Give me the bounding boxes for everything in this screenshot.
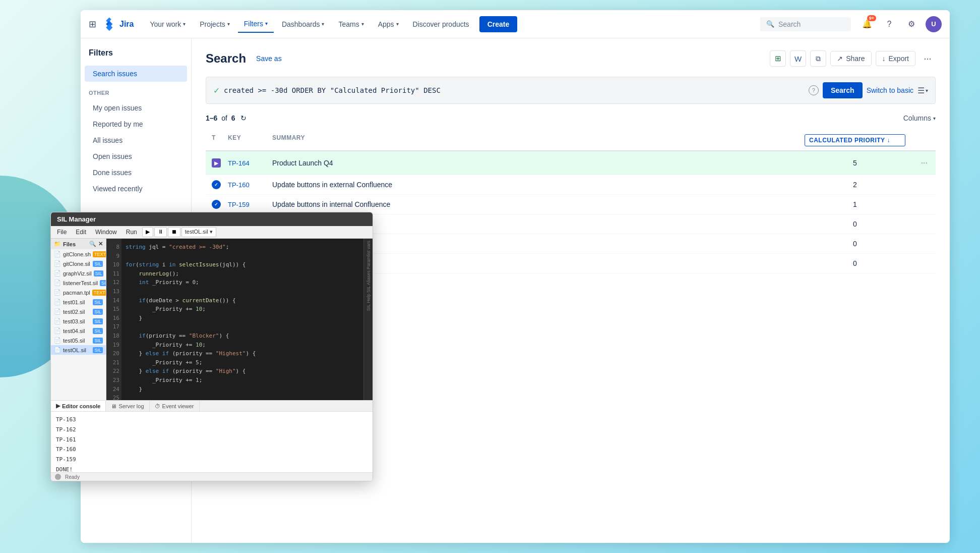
sil-file-item[interactable]: 📄 test05.sil SIL — [51, 336, 106, 345]
file-badge: SIL — [93, 318, 103, 324]
notification-badge: 9+ — [867, 15, 876, 21]
nav-item-filters[interactable]: Filters ▾ — [238, 16, 274, 33]
sil-console-output: TP-163 TP-162 TP-161 TP-160 TP-159 DONE! — [51, 412, 373, 472]
copy-button[interactable]: ⧉ — [810, 50, 826, 67]
sil-active-file[interactable]: testOL.sil ▾ — [181, 227, 216, 237]
file-badge: SIL — [94, 270, 104, 276]
sil-run-button[interactable]: ▶ — [142, 227, 153, 237]
sil-file-item[interactable]: 📄 listenerTest.sil SIL — [51, 278, 106, 288]
top-nav: ⊞ Jira Your work ▾ Projects ▾ — [81, 10, 950, 38]
sidebar-item-all-issues[interactable]: All issues — [85, 132, 187, 148]
sil-close-files-icon[interactable]: ✕ — [98, 241, 103, 247]
nav-item-your-work[interactable]: Your work ▾ — [144, 16, 192, 32]
sil-stop-button[interactable]: ⏹ — [168, 227, 180, 237]
issue-priority: 0 — [805, 259, 905, 267]
share-button[interactable]: ↗ Share — [830, 51, 871, 66]
sil-file-item[interactable]: 📄 pacman.tpl TEXT — [51, 288, 106, 297]
jql-bar: ✓ created >= -30d ORDER BY "Calculated P… — [206, 77, 936, 104]
col-header-summary: Summary — [272, 134, 801, 146]
switch-to-basic-button[interactable]: Switch to basic — [867, 86, 913, 94]
sil-file-item-active[interactable]: 📄 testOL.sil SIL — [51, 345, 106, 355]
issue-key[interactable]: TP-159 — [228, 201, 268, 208]
col-header-priority[interactable]: Calculated Priority ↓ — [805, 134, 905, 146]
sil-file-item[interactable]: 📄 test04.sil SIL — [51, 326, 106, 336]
console-line: TP-161 — [56, 435, 368, 445]
excel-icon: ⊞ — [775, 54, 781, 63]
nav-item-projects[interactable]: Projects ▾ — [194, 16, 236, 32]
file-name: pacman.tpl — [63, 290, 90, 296]
sil-menu-file[interactable]: File — [53, 227, 71, 237]
jql-query-text[interactable]: created >= -30d ORDER BY "Calculated Pri… — [224, 86, 805, 94]
help-button[interactable]: ? — [881, 16, 897, 32]
col-header-key: Key — [228, 134, 268, 146]
chevron-down-icon: ▾ — [265, 21, 268, 26]
sil-pause-button[interactable]: ⏸ — [154, 227, 167, 237]
sil-code-content[interactable]: string jql = "created >= -30d"; for(stri… — [121, 239, 363, 400]
nav-item-discover[interactable]: Discover products — [407, 16, 475, 32]
sil-console: ▶ Editor console 🖥 Server log ⏱ Event vi… — [51, 400, 373, 472]
sil-tab-event-viewer[interactable]: ⏱ Event viewer — [150, 401, 200, 411]
notifications-button[interactable]: 🔔 9+ — [859, 16, 875, 32]
file-icon: 📄 — [54, 347, 61, 353]
sil-panel-label-1: Paramlist vars — [366, 241, 371, 269]
export-button[interactable]: ↓ Export — [876, 51, 915, 66]
issue-summary: Product Launch Q4 — [272, 159, 801, 167]
jql-help-button[interactable]: ? — [809, 85, 819, 95]
sidebar-item-reported-by-me[interactable]: Reported by me — [85, 116, 187, 132]
more-actions-button[interactable]: ··· — [920, 50, 936, 67]
sil-file-item[interactable]: 📄 test01.sil SIL — [51, 297, 106, 307]
sidebar-item-search-issues[interactable]: Search issues — [85, 66, 187, 82]
refresh-icon[interactable]: ↻ — [240, 114, 247, 122]
sil-file-item[interactable]: 📄 graphViz.sil SIL — [51, 268, 106, 278]
sil-search-icon[interactable]: 🔍 — [89, 241, 96, 247]
columns-button[interactable]: Columns ▾ — [903, 114, 936, 122]
page-title: Search — [206, 51, 246, 66]
word-export-button[interactable]: W — [790, 50, 806, 67]
file-name: test04.sil — [63, 328, 85, 334]
sidebar-item-viewed-recently[interactable]: Viewed recently — [85, 181, 187, 197]
issue-priority: 0 — [805, 220, 905, 228]
nav-item-teams[interactable]: Teams ▾ — [332, 16, 370, 32]
nav-icons-group: 🔔 9+ ? ⚙ U — [859, 16, 942, 32]
issue-priority: 2 — [805, 181, 905, 189]
nav-item-dashboards[interactable]: Dashboards ▾ — [276, 16, 331, 32]
search-icon: 🔍 — [766, 20, 774, 28]
sil-tab-server-log[interactable]: 🖥 Server log — [106, 401, 149, 411]
sil-file-item[interactable]: 📄 gitClone.sil SIL — [51, 259, 106, 268]
sil-file-item[interactable]: 📄 test03.sil SIL — [51, 316, 106, 326]
event-icon: ⏱ — [155, 403, 160, 409]
save-as-button[interactable]: Save as — [252, 52, 286, 65]
jql-menu-button[interactable]: ☰ ▾ — [917, 86, 928, 95]
console-line: TP-163 — [56, 415, 368, 425]
sidebar-item-open-issues[interactable]: Open issues — [85, 148, 187, 164]
nav-logo[interactable]: Jira — [102, 17, 134, 31]
chevron-down-icon: ▾ — [926, 88, 928, 93]
chevron-down-icon: ▾ — [183, 21, 186, 27]
excel-export-button[interactable]: ⊞ — [770, 50, 786, 67]
sil-tab-editor-console[interactable]: ▶ Editor console — [51, 401, 106, 411]
sil-menu-run[interactable]: Run — [122, 227, 141, 237]
sil-code-editor[interactable]: 891011121314151617181920212223242526 str… — [106, 239, 363, 400]
file-icon: 📄 — [54, 299, 61, 305]
table-row: ▶ TP-164 Product Launch Q4 5 ··· — [206, 151, 936, 175]
table-row: ✓ TP-160 Update buttons in external Conf… — [206, 175, 936, 195]
sil-file-item[interactable]: 📄 test02.sil SIL — [51, 307, 106, 316]
nav-search-bar[interactable]: 🔍 Search — [760, 17, 851, 31]
sil-menu-window[interactable]: Window — [91, 227, 121, 237]
issue-key[interactable]: TP-160 — [228, 181, 268, 189]
sil-menu-edit[interactable]: Edit — [72, 227, 90, 237]
console-line: TP-160 — [56, 445, 368, 455]
row-menu-button[interactable]: ··· — [919, 156, 930, 170]
sil-file-item[interactable]: 📄 gitClone.sh TEXT — [51, 249, 106, 259]
issue-key[interactable]: TP-164 — [228, 159, 268, 167]
app-grid-icon[interactable]: ⊞ — [89, 19, 96, 30]
settings-button[interactable]: ⚙ — [903, 16, 920, 32]
sidebar-item-my-open-issues[interactable]: My open issues — [85, 100, 187, 116]
sil-status-bar: Ready — [51, 472, 373, 481]
sidebar-item-done-issues[interactable]: Done issues — [85, 164, 187, 181]
create-button[interactable]: Create — [479, 16, 518, 32]
jql-search-button[interactable]: Search — [823, 82, 863, 98]
user-avatar[interactable]: U — [926, 16, 942, 32]
sil-panel-label-2: SIL Aliases — [366, 270, 371, 293]
nav-item-apps[interactable]: Apps ▾ — [372, 16, 405, 32]
